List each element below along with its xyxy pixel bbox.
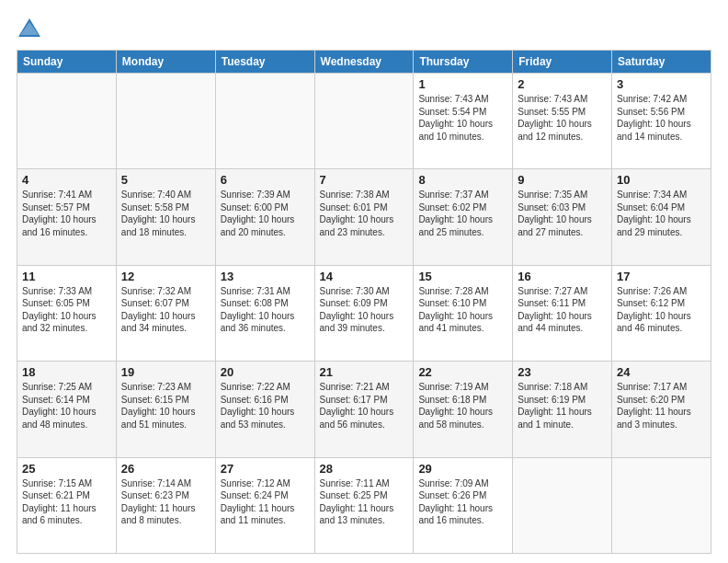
day-number: 19 — [121, 365, 210, 379]
calendar-week-row: 18Sunrise: 7:25 AMSunset: 6:14 PMDayligh… — [17, 362, 711, 457]
day-info: Sunrise: 7:43 AMSunset: 5:54 PMDaylight:… — [418, 93, 507, 143]
calendar-cell: 6Sunrise: 7:39 AMSunset: 6:00 PMDaylight… — [215, 169, 314, 265]
calendar-cell: 28Sunrise: 7:11 AMSunset: 6:25 PMDayligh… — [314, 457, 414, 553]
day-number: 20 — [221, 365, 310, 379]
day-number: 21 — [320, 365, 409, 379]
calendar-cell: 18Sunrise: 7:25 AMSunset: 6:14 PMDayligh… — [17, 362, 117, 457]
calendar-cell: 14Sunrise: 7:30 AMSunset: 6:09 PMDayligh… — [314, 265, 414, 361]
day-info: Sunrise: 7:26 AMSunset: 6:12 PMDaylight:… — [617, 285, 706, 335]
day-info: Sunrise: 7:25 AMSunset: 6:14 PMDaylight:… — [22, 381, 111, 431]
calendar-cell: 26Sunrise: 7:14 AMSunset: 6:23 PMDayligh… — [116, 457, 215, 553]
day-number: 7 — [320, 173, 409, 187]
day-number: 13 — [221, 270, 310, 283]
day-number: 15 — [418, 270, 507, 283]
calendar-cell: 15Sunrise: 7:28 AMSunset: 6:10 PMDayligh… — [414, 265, 513, 361]
day-number: 1 — [418, 77, 507, 91]
calendar-cell: 11Sunrise: 7:33 AMSunset: 6:05 PMDayligh… — [17, 265, 117, 361]
calendar-cell: 13Sunrise: 7:31 AMSunset: 6:08 PMDayligh… — [215, 265, 314, 361]
calendar-cell: 1Sunrise: 7:43 AMSunset: 5:54 PMDaylight… — [414, 74, 513, 169]
day-number: 28 — [320, 462, 409, 476]
day-info: Sunrise: 7:15 AMSunset: 6:21 PMDaylight:… — [22, 477, 111, 527]
day-number: 6 — [221, 173, 310, 187]
day-number: 25 — [22, 462, 111, 476]
day-info: Sunrise: 7:18 AMSunset: 6:19 PMDaylight:… — [518, 381, 607, 431]
calendar-cell: 10Sunrise: 7:34 AMSunset: 6:04 PMDayligh… — [612, 169, 711, 265]
day-number: 4 — [22, 173, 111, 187]
day-info: Sunrise: 7:34 AMSunset: 6:04 PMDaylight:… — [617, 189, 706, 238]
calendar-cell: 22Sunrise: 7:19 AMSunset: 6:18 PMDayligh… — [414, 362, 513, 457]
day-number: 2 — [518, 77, 607, 91]
day-info: Sunrise: 7:11 AMSunset: 6:25 PMDaylight:… — [320, 477, 409, 527]
calendar-cell — [116, 74, 215, 169]
day-number: 16 — [518, 270, 607, 283]
calendar-cell — [513, 457, 612, 553]
calendar-cell — [612, 457, 711, 553]
calendar-week-row: 25Sunrise: 7:15 AMSunset: 6:21 PMDayligh… — [17, 457, 711, 553]
day-header: Friday — [513, 51, 612, 74]
day-number: 24 — [617, 365, 706, 379]
day-header: Sunday — [17, 51, 117, 74]
calendar-cell: 5Sunrise: 7:40 AMSunset: 5:58 PMDaylight… — [116, 169, 215, 265]
calendar-body: 1Sunrise: 7:43 AMSunset: 5:54 PMDaylight… — [17, 74, 711, 554]
day-header: Tuesday — [215, 51, 314, 74]
day-header: Saturday — [612, 51, 711, 74]
day-info: Sunrise: 7:12 AMSunset: 6:24 PMDaylight:… — [221, 477, 310, 527]
day-header: Wednesday — [314, 51, 414, 74]
day-number: 14 — [320, 270, 409, 283]
calendar-cell — [314, 74, 414, 169]
day-number: 8 — [418, 173, 507, 187]
calendar-week-row: 11Sunrise: 7:33 AMSunset: 6:05 PMDayligh… — [17, 265, 711, 361]
day-header: Thursday — [414, 51, 513, 74]
day-info: Sunrise: 7:35 AMSunset: 6:03 PMDaylight:… — [518, 189, 607, 238]
day-number: 29 — [418, 462, 507, 476]
day-info: Sunrise: 7:22 AMSunset: 6:16 PMDaylight:… — [221, 381, 310, 431]
day-number: 10 — [617, 173, 706, 187]
svg-marker-1 — [20, 22, 39, 35]
calendar-cell: 4Sunrise: 7:41 AMSunset: 5:57 PMDaylight… — [17, 169, 117, 265]
day-info: Sunrise: 7:09 AMSunset: 6:26 PMDaylight:… — [418, 477, 507, 527]
day-info: Sunrise: 7:21 AMSunset: 6:17 PMDaylight:… — [320, 381, 409, 431]
header — [17, 17, 711, 42]
day-info: Sunrise: 7:28 AMSunset: 6:10 PMDaylight:… — [418, 285, 507, 335]
calendar-cell: 2Sunrise: 7:43 AMSunset: 5:55 PMDaylight… — [513, 74, 612, 169]
calendar-cell: 23Sunrise: 7:18 AMSunset: 6:19 PMDayligh… — [513, 362, 612, 457]
calendar-cell — [17, 74, 117, 169]
calendar-cell: 16Sunrise: 7:27 AMSunset: 6:11 PMDayligh… — [513, 265, 612, 361]
day-info: Sunrise: 7:17 AMSunset: 6:20 PMDaylight:… — [617, 381, 706, 431]
day-info: Sunrise: 7:37 AMSunset: 6:02 PMDaylight:… — [418, 189, 507, 238]
day-number: 3 — [617, 77, 706, 91]
calendar-cell: 3Sunrise: 7:42 AMSunset: 5:56 PMDaylight… — [612, 74, 711, 169]
calendar-week-row: 4Sunrise: 7:41 AMSunset: 5:57 PMDaylight… — [17, 169, 711, 265]
day-info: Sunrise: 7:30 AMSunset: 6:09 PMDaylight:… — [320, 285, 409, 335]
calendar-cell: 20Sunrise: 7:22 AMSunset: 6:16 PMDayligh… — [215, 362, 314, 457]
day-info: Sunrise: 7:42 AMSunset: 5:56 PMDaylight:… — [617, 93, 706, 143]
calendar-cell: 9Sunrise: 7:35 AMSunset: 6:03 PMDaylight… — [513, 169, 612, 265]
calendar-header-row: SundayMondayTuesdayWednesdayThursdayFrid… — [17, 51, 711, 74]
day-number: 5 — [121, 173, 210, 187]
day-info: Sunrise: 7:40 AMSunset: 5:58 PMDaylight:… — [121, 189, 210, 238]
day-number: 18 — [22, 365, 111, 379]
calendar-cell: 17Sunrise: 7:26 AMSunset: 6:12 PMDayligh… — [612, 265, 711, 361]
calendar-cell: 19Sunrise: 7:23 AMSunset: 6:15 PMDayligh… — [116, 362, 215, 457]
calendar-cell: 12Sunrise: 7:32 AMSunset: 6:07 PMDayligh… — [116, 265, 215, 361]
day-number: 26 — [121, 462, 210, 476]
calendar-cell: 7Sunrise: 7:38 AMSunset: 6:01 PMDaylight… — [314, 169, 414, 265]
day-info: Sunrise: 7:31 AMSunset: 6:08 PMDaylight:… — [221, 285, 310, 335]
day-info: Sunrise: 7:19 AMSunset: 6:18 PMDaylight:… — [418, 381, 507, 431]
calendar-cell — [215, 74, 314, 169]
calendar-cell: 29Sunrise: 7:09 AMSunset: 6:26 PMDayligh… — [414, 457, 513, 553]
day-info: Sunrise: 7:41 AMSunset: 5:57 PMDaylight:… — [22, 189, 111, 238]
calendar-week-row: 1Sunrise: 7:43 AMSunset: 5:54 PMDaylight… — [17, 74, 711, 169]
calendar-cell: 8Sunrise: 7:37 AMSunset: 6:02 PMDaylight… — [414, 169, 513, 265]
day-info: Sunrise: 7:43 AMSunset: 5:55 PMDaylight:… — [518, 93, 607, 143]
day-number: 12 — [121, 270, 210, 283]
day-number: 17 — [617, 270, 706, 283]
calendar-cell: 25Sunrise: 7:15 AMSunset: 6:21 PMDayligh… — [17, 457, 117, 553]
logo — [17, 17, 46, 42]
calendar-cell: 24Sunrise: 7:17 AMSunset: 6:20 PMDayligh… — [612, 362, 711, 457]
day-header: Monday — [116, 51, 215, 74]
day-number: 27 — [221, 462, 310, 476]
day-info: Sunrise: 7:23 AMSunset: 6:15 PMDaylight:… — [121, 381, 210, 431]
day-info: Sunrise: 7:33 AMSunset: 6:05 PMDaylight:… — [22, 285, 111, 335]
calendar-cell: 21Sunrise: 7:21 AMSunset: 6:17 PMDayligh… — [314, 362, 414, 457]
